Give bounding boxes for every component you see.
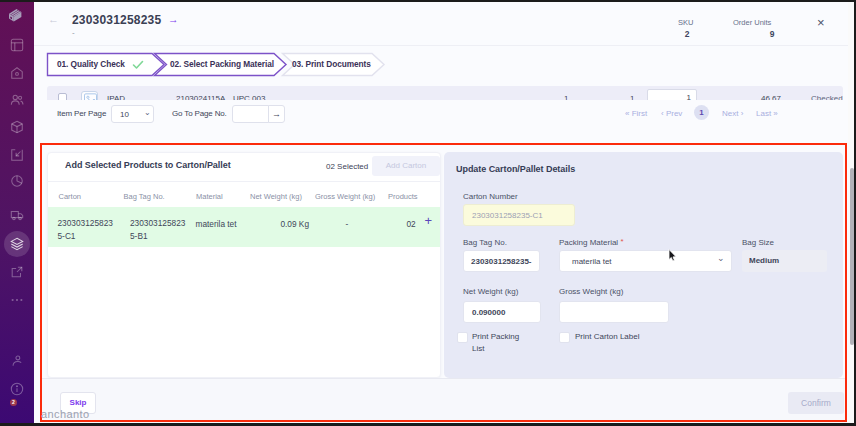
items-per-page-label: Item Per Page xyxy=(57,109,106,118)
step-select-packing-material[interactable]: 02. Select Packing Material xyxy=(170,59,274,69)
truck-icon[interactable] xyxy=(10,208,24,222)
pie-chart-icon[interactable] xyxy=(10,174,24,188)
row-qty2: 1 xyxy=(630,94,634,101)
goto-page-input[interactable] xyxy=(232,105,269,123)
inbound-icon[interactable] xyxy=(10,148,24,162)
chevron-down-icon: ⌄ xyxy=(144,108,151,117)
select-chevron-down-icon: ⌄ xyxy=(717,253,725,263)
carton-number-label: Carton Number xyxy=(463,192,518,201)
bag-tag-input[interactable]: 2303031258235- xyxy=(463,250,540,272)
back-arrow-icon[interactable]: ← xyxy=(48,13,59,25)
sku-value: 2 xyxy=(677,29,697,39)
anchanto-logo-icon[interactable] xyxy=(8,6,24,23)
packing-layers-icon[interactable] xyxy=(10,237,24,251)
step-print-documents[interactable]: 03. Print Documents xyxy=(292,59,371,69)
print-packing-list-label: Print Packing List xyxy=(472,331,532,355)
goto-page-label: Go To Page No. xyxy=(172,109,227,118)
table-row[interactable] xyxy=(47,86,843,100)
cell-material: materila tet xyxy=(196,219,237,229)
confirm-button[interactable]: Confirm xyxy=(788,392,844,414)
dashboard-icon[interactable] xyxy=(10,38,24,52)
print-packing-list-checkbox[interactable] xyxy=(457,332,468,343)
column-header-products: Products xyxy=(388,192,418,201)
users-icon[interactable] xyxy=(10,93,24,107)
page-title: 2303031258235 xyxy=(72,13,161,27)
cell-net-weight: 0.09 Kg xyxy=(255,219,309,229)
net-weight-label: Net Weight (kg) xyxy=(463,287,518,296)
goto-page-button[interactable]: → xyxy=(268,105,285,123)
row-product-code: 2103024115A xyxy=(176,94,225,101)
row-product-name: IPAD xyxy=(107,94,125,101)
add-products-card xyxy=(47,152,441,378)
row-weight: 46.67 xyxy=(761,94,781,101)
selected-count: 02 Selected xyxy=(326,162,368,171)
packing-material-label: Packing Material * xyxy=(559,238,624,247)
info-icon[interactable] xyxy=(10,382,24,396)
update-carton-title: Update Carton/Pallet Details xyxy=(456,164,575,174)
pagination-next[interactable]: Next › xyxy=(722,109,743,118)
mouse-cursor xyxy=(668,249,678,263)
column-header-gross-weight: Gross Weight (kg) xyxy=(315,192,375,201)
pagination-first[interactable]: « First xyxy=(625,109,647,118)
card-header-divider xyxy=(48,181,440,182)
expand-row-plus-icon[interactable]: + xyxy=(425,213,433,228)
net-weight-input[interactable]: 0.090000 xyxy=(463,301,541,323)
column-header-net-weight: Net Weight (kg) xyxy=(250,192,302,201)
sidebar: 2 xyxy=(0,0,34,423)
print-carton-label-label: Print Carton Label xyxy=(575,331,639,343)
row-status: Checked xyxy=(811,94,843,101)
user-profile-icon[interactable] xyxy=(10,354,24,368)
pagination-current-page[interactable]: 1 xyxy=(694,105,709,120)
cell-products: 02 xyxy=(407,219,416,229)
row-qty1: 1 xyxy=(564,94,568,101)
print-carton-label-checkbox[interactable] xyxy=(559,332,570,343)
bag-size-field: Medium xyxy=(742,250,827,272)
cell-carton: 2303031258235-C1 xyxy=(58,217,116,244)
notification-badge: 2 xyxy=(10,399,17,406)
anchanto-watermark: anchanto xyxy=(41,408,89,420)
package-icon[interactable] xyxy=(10,120,24,134)
modal-footer xyxy=(41,378,846,421)
gross-weight-label: Gross Weight (kg) xyxy=(559,287,623,296)
bag-size-label: Bag Size xyxy=(742,238,774,247)
order-units-value: 9 xyxy=(762,29,782,39)
close-icon[interactable]: × xyxy=(817,15,825,30)
cell-gross-weight: - xyxy=(346,219,349,229)
row-checkbox[interactable] xyxy=(58,93,67,101)
pagination-prev[interactable]: ‹ Prev xyxy=(661,109,682,118)
carton-number-field[interactable]: 2303031258235-C1 xyxy=(463,204,575,226)
forward-arrow-icon[interactable]: → xyxy=(168,13,179,25)
more-options-icon[interactable] xyxy=(10,293,24,307)
title-subtext: - xyxy=(72,28,75,37)
step-complete-check-icon xyxy=(132,60,144,70)
packing-material-select[interactable]: materila tet xyxy=(559,250,732,272)
gross-weight-input[interactable] xyxy=(559,301,669,323)
pagination-last[interactable]: Last » xyxy=(756,109,778,118)
external-link-icon[interactable] xyxy=(10,265,24,279)
window-edge-top xyxy=(0,0,856,2)
bag-tag-label: Bag Tag No. xyxy=(463,238,507,247)
row-qty-input[interactable]: 1 xyxy=(647,89,697,100)
row-barcode: UPC 003 xyxy=(233,94,265,101)
column-header-material: Material xyxy=(196,192,223,201)
add-products-card-title: Add Selected Products to Carton/Pallet xyxy=(65,160,231,170)
sku-label: SKU xyxy=(678,18,693,27)
cell-bag-tag: 2303031258235-B1 xyxy=(130,217,188,244)
product-image-thumb xyxy=(81,91,98,101)
required-asterisk: * xyxy=(620,237,623,246)
column-header-carton: Carton xyxy=(59,192,82,201)
add-carton-button[interactable]: Add Carton xyxy=(372,156,440,176)
column-header-bag-tag: Bag Tag No. xyxy=(124,192,165,201)
order-units-label: Order Units xyxy=(733,18,771,27)
product-table-row-clipped: IPAD 2103024115A UPC 003 1 1 1 46.67 Che… xyxy=(47,86,843,100)
warehouse-icon[interactable] xyxy=(10,66,24,80)
step-quality-check[interactable]: 01. Quality Check xyxy=(57,59,125,69)
